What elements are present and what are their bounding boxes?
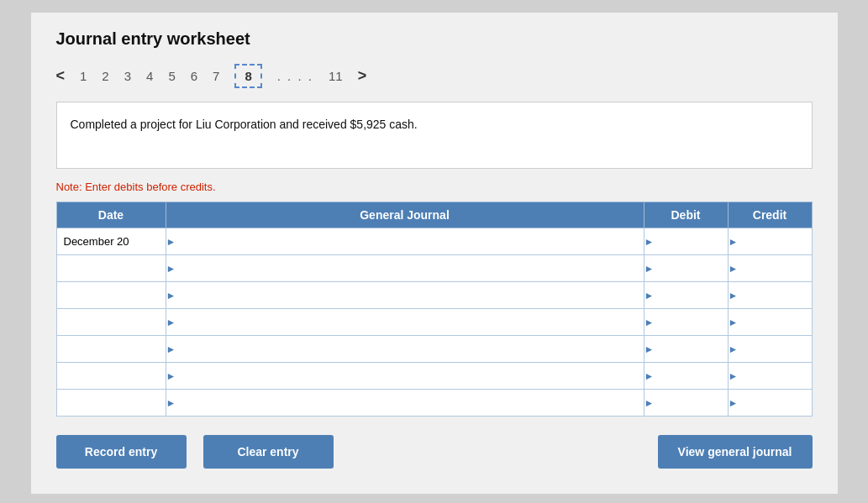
header-date: Date bbox=[56, 202, 166, 228]
description-text: Completed a project for Liu Corporation … bbox=[71, 118, 418, 131]
row4-credit-input[interactable] bbox=[734, 309, 807, 335]
row4-debit-cell[interactable]: ► bbox=[644, 309, 728, 336]
header-credit: Credit bbox=[728, 202, 812, 228]
row2-credit-cell[interactable]: ► bbox=[728, 255, 812, 282]
row2-date-cell[interactable] bbox=[56, 255, 166, 282]
row6-journal-cell[interactable]: ► bbox=[166, 363, 644, 390]
row1-credit-cell[interactable]: ► bbox=[728, 228, 812, 255]
page-7[interactable]: 7 bbox=[213, 69, 219, 83]
table-row: ► ► ► bbox=[56, 309, 812, 336]
row4-credit-cell[interactable]: ► bbox=[728, 309, 812, 336]
row4-journal-cell[interactable]: ► bbox=[166, 309, 644, 336]
row6-journal-input[interactable] bbox=[171, 363, 639, 389]
row5-journal-cell[interactable]: ► bbox=[166, 336, 644, 363]
row3-credit-input[interactable] bbox=[734, 282, 807, 308]
row6-debit-cell[interactable]: ► bbox=[644, 363, 728, 390]
page-3[interactable]: 3 bbox=[124, 69, 131, 83]
row6-date-cell[interactable] bbox=[56, 363, 166, 390]
page-6[interactable]: 6 bbox=[191, 69, 197, 83]
row6-debit-input[interactable] bbox=[650, 363, 723, 389]
page-8[interactable]: 8 bbox=[234, 64, 261, 88]
table-row: ► ► ► bbox=[56, 255, 812, 282]
row3-journal-cell[interactable]: ► bbox=[166, 282, 644, 309]
row7-date-cell[interactable] bbox=[56, 390, 166, 417]
row1-date-cell[interactable] bbox=[56, 228, 166, 255]
page-1[interactable]: 1 bbox=[80, 69, 87, 83]
main-container: Journal entry worksheet < 1 2 3 4 5 6 7 … bbox=[31, 13, 838, 494]
table-row: ► ► ► bbox=[56, 363, 812, 390]
row7-credit-input[interactable] bbox=[734, 390, 807, 416]
buttons-row: Record entry Clear entry View general jo… bbox=[56, 435, 813, 469]
row2-journal-cell[interactable]: ► bbox=[166, 255, 644, 282]
record-entry-button[interactable]: Record entry bbox=[56, 435, 187, 469]
prev-arrow[interactable]: < bbox=[56, 67, 66, 85]
next-arrow[interactable]: > bbox=[358, 67, 367, 85]
row2-credit-input[interactable] bbox=[734, 255, 807, 281]
row7-debit-cell[interactable]: ► bbox=[644, 390, 728, 417]
row3-debit-input[interactable] bbox=[650, 282, 723, 308]
page-11[interactable]: 11 bbox=[329, 69, 343, 83]
clear-entry-button[interactable]: Clear entry bbox=[203, 435, 334, 469]
view-general-journal-button[interactable]: View general journal bbox=[658, 435, 813, 469]
row6-credit-input[interactable] bbox=[734, 363, 807, 389]
header-debit: Debit bbox=[644, 202, 728, 228]
table-row: ► ► ► bbox=[56, 228, 812, 255]
row7-journal-cell[interactable]: ► bbox=[166, 390, 644, 417]
row7-date-input[interactable] bbox=[62, 390, 160, 416]
row7-debit-input[interactable] bbox=[650, 390, 723, 416]
row4-journal-input[interactable] bbox=[171, 309, 639, 335]
row5-credit-cell[interactable]: ► bbox=[728, 336, 812, 363]
row2-date-input[interactable] bbox=[62, 255, 160, 281]
pagination: < 1 2 3 4 5 6 7 8 . . . . 11 > bbox=[56, 64, 813, 88]
table-row: ► ► ► bbox=[56, 282, 812, 309]
description-box: Completed a project for Liu Corporation … bbox=[56, 102, 813, 169]
table-row: ► ► ► bbox=[56, 336, 812, 363]
row7-journal-input[interactable] bbox=[171, 390, 639, 416]
row1-debit-input[interactable] bbox=[650, 228, 723, 254]
row5-credit-input[interactable] bbox=[734, 336, 807, 362]
row3-date-cell[interactable] bbox=[56, 282, 166, 309]
row2-debit-cell[interactable]: ► bbox=[644, 255, 728, 282]
row4-date-input[interactable] bbox=[62, 309, 160, 335]
row5-date-cell[interactable] bbox=[56, 336, 166, 363]
row6-credit-cell[interactable]: ► bbox=[728, 363, 812, 390]
header-journal: General Journal bbox=[166, 202, 644, 228]
page-5[interactable]: 5 bbox=[168, 69, 175, 83]
row2-debit-input[interactable] bbox=[650, 255, 723, 281]
page-ellipsis: . . . . bbox=[277, 69, 313, 83]
row7-credit-cell[interactable]: ► bbox=[728, 390, 812, 417]
row5-debit-cell[interactable]: ► bbox=[644, 336, 728, 363]
row3-journal-input[interactable] bbox=[171, 282, 639, 308]
page-2[interactable]: 2 bbox=[102, 69, 108, 83]
row1-journal-input[interactable] bbox=[171, 228, 639, 254]
page-title: Journal entry worksheet bbox=[56, 29, 813, 49]
row1-date-input[interactable] bbox=[62, 228, 160, 254]
row5-debit-input[interactable] bbox=[650, 336, 723, 362]
row3-credit-cell[interactable]: ► bbox=[728, 282, 812, 309]
row2-journal-input[interactable] bbox=[171, 255, 639, 281]
row5-journal-input[interactable] bbox=[171, 336, 639, 362]
row3-debit-cell[interactable]: ► bbox=[644, 282, 728, 309]
row5-date-input[interactable] bbox=[62, 336, 160, 362]
journal-table: Date General Journal Debit Credit ► ► bbox=[56, 202, 813, 417]
row3-date-input[interactable] bbox=[62, 282, 160, 308]
row4-debit-input[interactable] bbox=[650, 309, 723, 335]
row1-credit-input[interactable] bbox=[734, 228, 807, 254]
row1-debit-cell[interactable]: ► bbox=[644, 228, 728, 255]
note-text: Note: Enter debits before credits. bbox=[56, 181, 813, 193]
page-4[interactable]: 4 bbox=[146, 69, 153, 83]
row6-date-input[interactable] bbox=[62, 363, 160, 389]
table-row: ► ► ► bbox=[56, 390, 812, 417]
row4-date-cell[interactable] bbox=[56, 309, 166, 336]
row1-journal-cell[interactable]: ► bbox=[166, 228, 644, 255]
